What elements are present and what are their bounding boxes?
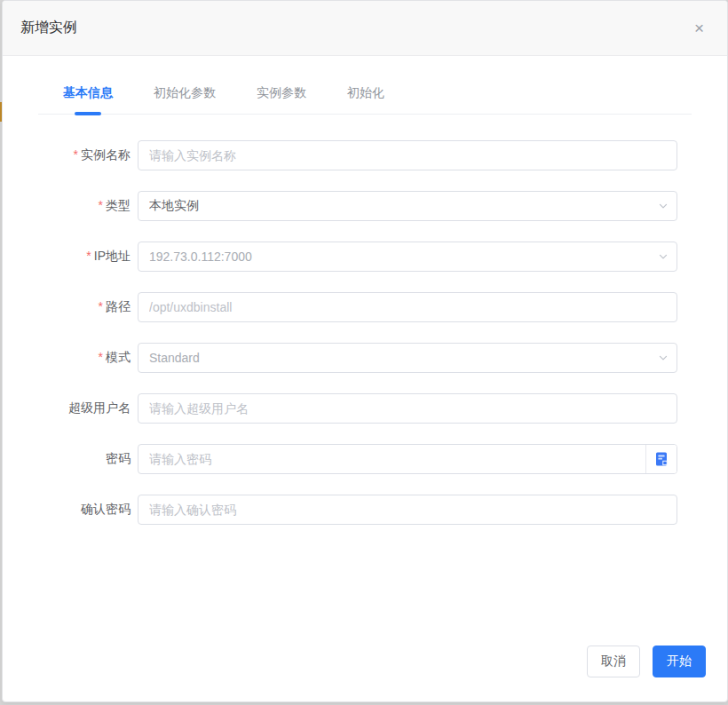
add-instance-dialog: 新增实例 × 基本信息 初始化参数 实例参数 初始化 *实例名称 xyxy=(2,0,728,702)
tab-label: 初始化 xyxy=(347,85,384,99)
form-row-confirm-password: *确认密码 xyxy=(38,495,677,525)
dialog-header: 新增实例 × xyxy=(3,1,727,56)
path-control xyxy=(138,292,677,322)
path-input[interactable] xyxy=(138,292,677,322)
form-row-type: *类型 xyxy=(38,191,677,221)
mode-label: *模式 xyxy=(38,350,131,366)
form-row-superuser: *超级用户名 xyxy=(38,393,677,424)
required-asterisk: * xyxy=(99,299,103,313)
mode-select-value[interactable] xyxy=(138,343,677,373)
required-asterisk: * xyxy=(99,198,103,212)
type-select[interactable] xyxy=(138,191,677,221)
close-icon[interactable]: × xyxy=(694,20,704,36)
ip-address-select-value[interactable] xyxy=(138,242,677,272)
tab-init-params[interactable]: 初始化参数 xyxy=(154,85,216,114)
tab-instance-params[interactable]: 实例参数 xyxy=(257,85,306,114)
password-input[interactable] xyxy=(138,444,677,474)
tab-initialization[interactable]: 初始化 xyxy=(347,85,384,114)
password-control xyxy=(138,444,677,474)
path-label: *路径 xyxy=(38,299,131,315)
superuser-control xyxy=(138,393,677,424)
instance-name-input[interactable] xyxy=(138,140,677,170)
confirm-password-label: *确认密码 xyxy=(38,502,131,518)
superuser-label: *超级用户名 xyxy=(38,400,131,416)
cancel-button[interactable]: 取消 xyxy=(587,646,640,677)
required-asterisk: * xyxy=(99,350,103,364)
confirm-password-control xyxy=(138,495,677,525)
tab-label: 实例参数 xyxy=(257,85,306,99)
active-tab-underline xyxy=(75,112,101,115)
tab-label: 初始化参数 xyxy=(154,85,216,99)
start-button[interactable]: 开始 xyxy=(653,646,706,677)
type-select-value[interactable] xyxy=(138,191,677,221)
dialog-footer: 取消 开始 xyxy=(3,646,727,701)
form-row-instance-name: *实例名称 xyxy=(38,140,677,170)
password-generator-icon xyxy=(653,451,669,467)
confirm-password-input[interactable] xyxy=(138,495,677,525)
required-asterisk: * xyxy=(74,147,78,162)
form-row-ip-address: *IP地址 xyxy=(38,242,677,272)
ip-address-select[interactable] xyxy=(138,242,677,272)
form-row-path: *路径 xyxy=(38,292,677,322)
ip-address-label: *IP地址 xyxy=(38,249,131,265)
instance-name-label: *实例名称 xyxy=(38,147,131,163)
type-label: *类型 xyxy=(38,198,131,214)
form-row-password: *密码 xyxy=(38,444,677,474)
tab-bar: 基本信息 初始化参数 实例参数 初始化 xyxy=(38,85,692,115)
password-generator-button[interactable] xyxy=(645,445,677,473)
superuser-input[interactable] xyxy=(138,393,677,424)
required-asterisk: * xyxy=(86,249,91,263)
tab-label: 基本信息 xyxy=(63,85,113,99)
dialog-body: 基本信息 初始化参数 实例参数 初始化 *实例名称 xyxy=(3,56,727,646)
password-label: *密码 xyxy=(38,451,131,467)
tab-basic-info[interactable]: 基本信息 xyxy=(63,85,113,114)
mode-select[interactable] xyxy=(138,343,677,373)
dialog-title: 新增实例 xyxy=(20,19,77,37)
basic-info-form: *实例名称 *类型 *IP地址 xyxy=(3,115,727,525)
form-row-mode: *模式 xyxy=(38,343,677,373)
instance-name-control xyxy=(138,140,677,170)
